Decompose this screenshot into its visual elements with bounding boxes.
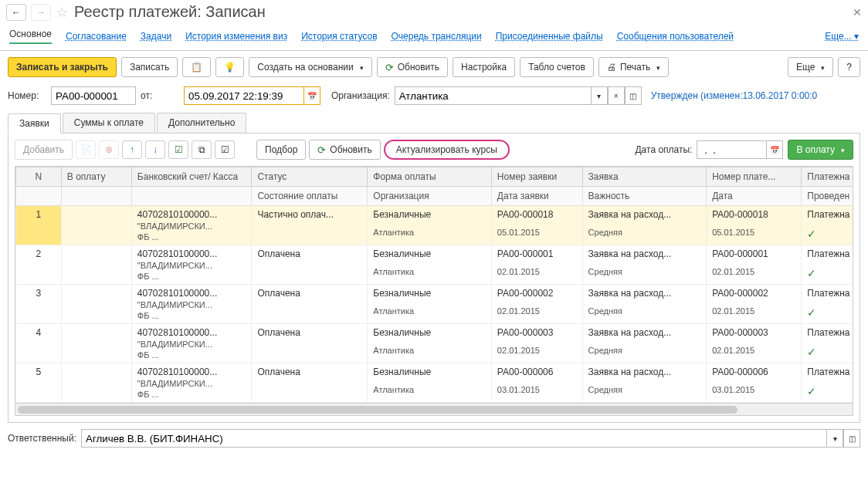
cell-n: 2 [16,245,62,285]
update-rates-button[interactable]: Актуализировать курсы [384,140,510,160]
header-pl[interactable]: Платежна [802,167,853,187]
cell-pl: Платежна✓ [802,285,853,324]
favorite-icon[interactable]: ☆ [56,4,68,21]
print-icon [607,62,616,73]
responsible-input[interactable] [81,429,826,448]
move-down-button[interactable]: ↓ [145,140,165,159]
pay-date-label: Дата оплаты: [635,144,692,155]
nav-approval[interactable]: Согласование [66,31,127,42]
settings-button[interactable]: Настройка [453,57,515,77]
header-n[interactable]: N [16,167,62,187]
tab-amounts[interactable]: Суммы к оплате [63,113,155,133]
refresh-icon [317,144,326,156]
cell-paynum: РА00-00000603.01.2015 [707,363,802,403]
tab-requests[interactable]: Заявки [8,113,61,133]
responsible-dropdown-button[interactable]: ▾ [826,429,843,448]
nav-main[interactable]: Основное [9,29,52,44]
cell-status: Оплачена [252,363,368,403]
horizontal-scrollbar[interactable] [15,403,853,415]
save-close-button[interactable]: Записать и закрыть [8,57,117,77]
print-button[interactable]: Печать [598,57,669,77]
org-dropdown-button[interactable]: ▾ [591,86,608,105]
hint-icon-button[interactable]: 💡 [215,57,244,77]
cell-reqnum: РА00-00000102.01.2015 [491,245,582,285]
header-paynum[interactable]: Номер плате... [707,167,802,187]
select-button[interactable]: Подбор [256,140,306,160]
create-based-button[interactable]: Создать на основании [249,57,372,77]
cell-bank: 40702810100000..."ВЛАДИМИРСКИ...ФБ ... [131,363,252,403]
org-clear-button[interactable]: × [608,86,625,105]
cell-topay [61,285,131,324]
pay-date-picker-button[interactable] [766,140,783,159]
cell-pl: Платежна✓ [802,245,853,285]
panel-refresh-button[interactable]: Обновить [309,140,380,160]
delete-button[interactable]: ⊗ [99,140,119,159]
subheader-org[interactable]: Организация [368,187,492,206]
nav-more[interactable]: Еще... ▾ [825,31,859,42]
table-row[interactable]: 140702810100000..."ВЛАДИМИРСКИ...ФБ ...Ч… [16,206,854,245]
move-up-button[interactable]: ↑ [122,140,142,159]
cell-topay [61,363,131,403]
cell-paynum: РА00-00000202.01.2015 [707,285,802,324]
table-row[interactable]: 440702810100000..."ВЛАДИМИРСКИ...ФБ ...О… [16,324,854,363]
add-button[interactable]: Добавить [15,140,73,160]
refresh-button[interactable]: Обновить [377,57,448,77]
save-button[interactable]: Записать [121,57,178,77]
post-icon: 📋 [191,62,202,73]
check-all-button[interactable]: ☑ [168,140,188,159]
nav-visa-history[interactable]: История изменения виз [185,31,287,42]
date-input[interactable] [184,86,303,105]
forward-button[interactable]: → [31,4,51,21]
cell-form: БезналичныеАтлантика [368,245,492,285]
copy-rows-button[interactable]: ⧉ [192,140,212,159]
nav-queue[interactable]: Очередь трансляции [392,31,482,42]
subheader-paystate[interactable]: Состояние оплаты [252,187,368,206]
header-app[interactable]: Заявка [582,167,707,187]
cell-status: Оплачена [252,324,368,363]
table-row[interactable]: 240702810100000..."ВЛАДИМИРСКИ...ФБ ...О… [16,245,854,285]
cell-pl: Платежна✓ [802,363,853,403]
date-picker-button[interactable] [303,86,320,105]
cell-form: БезналичныеАтлантика [368,206,492,245]
cell-app: Заявка на расход...Средняя [582,324,707,363]
subheader-importance[interactable]: Важность [582,187,707,206]
back-button[interactable]: ← [6,4,26,21]
settings-rows-button[interactable]: ☑ [215,140,235,159]
nav-tasks[interactable]: Задачи [141,31,171,42]
org-open-button[interactable]: ◫ [625,86,642,105]
org-label: Организация: [331,90,390,101]
cell-topay [61,324,131,363]
cell-reqnum: РА00-00000603.01.2015 [491,363,582,403]
cell-bank: 40702810100000..."ВЛАДИМИРСКИ...ФБ ... [131,285,252,324]
number-input[interactable] [51,86,136,105]
cell-paynum: РА00-00000102.01.2015 [707,245,802,285]
pay-date-input[interactable] [697,140,766,159]
header-form[interactable]: Форма оплаты [368,167,492,187]
org-input[interactable] [395,86,591,105]
help-button[interactable]: ? [838,57,860,77]
tab-additional[interactable]: Дополнительно [157,113,246,133]
to-pay-button[interactable]: В оплату [788,140,853,160]
cell-topay [61,206,131,245]
cell-app: Заявка на расход...Средняя [582,206,707,245]
more-button[interactable]: Еще [788,57,833,77]
close-button[interactable]: ✕ [853,6,862,19]
subheader-posted[interactable]: Проведен [802,187,853,206]
header-reqnum[interactable]: Номер заявки [491,167,582,187]
header-bank[interactable]: Банковский счет/ Касса [131,167,252,187]
cell-paynum: РА00-00000302.01.2015 [707,324,802,363]
subheader-date[interactable]: Дата [707,187,802,206]
table-row[interactable]: 340702810100000..."ВЛАДИМИРСКИ...ФБ ...О… [16,285,854,324]
cell-bank: 40702810100000..."ВЛАДИМИРСКИ...ФБ ... [131,324,252,363]
header-status[interactable]: Статус [252,167,368,187]
subheader-reqdate[interactable]: Дата заявки [491,187,582,206]
chart-button[interactable]: Табло счетов [520,57,594,77]
nav-attachments[interactable]: Присоединенные файлы [496,31,603,42]
nav-messages[interactable]: Сообщения пользователей [617,31,734,42]
header-topay[interactable]: В оплату [61,167,131,187]
table-row[interactable]: 540702810100000..."ВЛАДИМИРСКИ...ФБ ...О… [16,363,854,403]
post-icon-button[interactable]: 📋 [182,57,211,77]
nav-status-history[interactable]: История статусов [301,31,377,42]
responsible-open-button[interactable]: ◫ [843,429,860,448]
copy-button[interactable]: 📄 [76,140,96,159]
